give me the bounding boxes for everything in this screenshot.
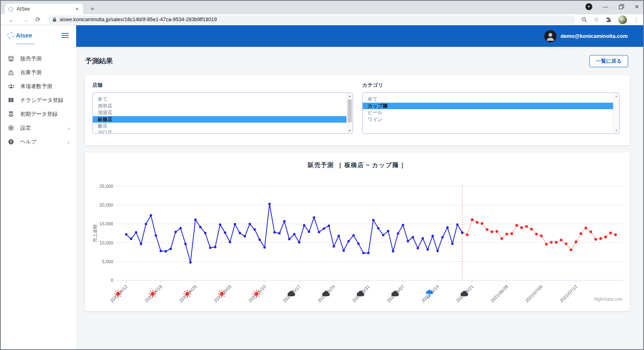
reload-button[interactable]: ⟳: [35, 16, 41, 23]
sales-forecast-chart[interactable]: 05,00010,00015,00020,00025,000売上金額2021/0…: [91, 174, 624, 303]
sidebar-item-help[interactable]: ? ヘルプ ›: [1, 135, 76, 149]
actual-point: [427, 248, 429, 251]
scroll-down-icon[interactable]: ▼: [613, 128, 619, 133]
sidebar-toggle-icon[interactable]: [61, 33, 69, 38]
actual-point: [209, 247, 211, 249]
sidebar-item-flyer-data[interactable]: チラシデータ登録: [1, 93, 76, 107]
forecast-point: [599, 237, 602, 240]
forecast-point: [530, 228, 533, 231]
url-bar[interactable]: aisee.konicaminolta.jp/sales/16c14b0f-85…: [48, 15, 576, 24]
browser-profile-avatar[interactable]: [618, 15, 627, 24]
category-listbox-label: カテゴリ: [362, 82, 620, 89]
actual-point: [382, 234, 384, 236]
tab-close-icon[interactable]: ✕: [74, 7, 80, 12]
sidebar-item-inventory-forecast[interactable]: 在庫予測: [1, 66, 76, 79]
forecast-point: [594, 238, 597, 241]
tab-title: AISee: [17, 6, 74, 12]
window-controls: ▾ — ✕: [585, 3, 639, 10]
restore-button[interactable]: [619, 4, 624, 9]
actual-point: [402, 224, 404, 226]
listbox-option[interactable]: 赤羽店: [93, 103, 346, 110]
forecast-point: [540, 235, 543, 238]
browser-tab[interactable]: AISee ✕: [5, 4, 83, 14]
svg-text:10,000: 10,000: [99, 240, 113, 245]
main-area: demo@konicaminolta.com 予測結果 一覧に戻る 店舗 全て赤…: [76, 25, 643, 349]
back-to-list-button[interactable]: 一覧に戻る: [589, 55, 628, 67]
store-listbox[interactable]: 全て赤羽店池袋店板橋店蕨店川口店 ▲ ▼: [92, 92, 353, 134]
forecast-point: [481, 222, 484, 225]
listbox-option[interactable]: 全て: [363, 96, 613, 103]
browser-status-icon[interactable]: ▾: [585, 3, 592, 10]
actual-point: [125, 233, 127, 236]
actual-point: [150, 214, 152, 217]
actual-point: [357, 242, 360, 245]
actual-point: [313, 216, 315, 219]
extensions-icon[interactable]: [606, 17, 612, 23]
forecast-point: [476, 221, 479, 224]
minimize-button[interactable]: —: [603, 3, 608, 10]
sun-icon: [114, 290, 122, 298]
lock-icon: [53, 17, 57, 22]
bookmark-star-icon[interactable]: ☆: [594, 16, 599, 23]
sidebar-item-sales-forecast[interactable]: 販売予測: [1, 52, 76, 66]
actual-point: [328, 225, 330, 227]
sidebar-item-label: 販売予測: [20, 55, 42, 62]
sidebar-item-settings[interactable]: 設定 ›: [1, 121, 76, 135]
listbox-option[interactable]: ビール: [363, 109, 613, 116]
category-listbox[interactable]: 全てカップ麺ビールワイン ▲ ▼: [362, 92, 620, 134]
actual-point: [160, 250, 162, 252]
svg-text:2021/07/05: 2021/07/05: [524, 284, 543, 303]
database-icon: [7, 110, 15, 118]
listbox-option[interactable]: 蕨店: [93, 123, 346, 130]
listbox-option[interactable]: 川口店: [93, 130, 346, 134]
scroll-up-icon[interactable]: ▲: [347, 93, 353, 99]
svg-text:2021/07/12: 2021/07/12: [559, 284, 578, 303]
actual-point: [189, 261, 192, 264]
store-listbox-scrollbar[interactable]: ▲ ▼: [346, 93, 353, 133]
scroll-up-icon[interactable]: ▲: [613, 93, 619, 99]
listbox-option[interactable]: 全て: [93, 96, 346, 103]
actual-point: [303, 224, 305, 227]
sidebar-item-initial-data[interactable]: 初期データ登録: [1, 107, 76, 121]
category-listbox-scrollbar[interactable]: ▲ ▼: [613, 93, 619, 133]
actual-point: [342, 249, 345, 252]
forecast-point: [550, 241, 553, 244]
scroll-down-icon[interactable]: ▼: [347, 128, 353, 133]
listbox-option[interactable]: ワイン: [363, 116, 613, 123]
listbox-option[interactable]: 板橋店: [93, 116, 346, 123]
forecast-point: [555, 241, 558, 244]
actual-point: [155, 234, 157, 237]
browser-menu-icon[interactable]: ⋮: [633, 16, 639, 23]
scrollbar-thumb[interactable]: [348, 99, 352, 122]
listbox-option[interactable]: カップ麺: [363, 103, 613, 110]
actual-point: [194, 218, 197, 221]
chevron-right-icon: ›: [68, 125, 70, 132]
back-button[interactable]: ←: [9, 16, 15, 23]
actual-point: [254, 228, 256, 231]
close-window-button[interactable]: ✕: [635, 3, 639, 10]
actual-point: [347, 240, 350, 242]
listbox-option[interactable]: 池袋店: [93, 109, 346, 116]
aisee-logo[interactable]: AIsee: [7, 32, 32, 39]
actual-point: [333, 245, 335, 248]
forecast-point: [570, 249, 572, 251]
new-tab-button[interactable]: +: [88, 4, 97, 13]
store-icon: [7, 55, 15, 62]
svg-text:0: 0: [111, 278, 113, 283]
actual-point: [441, 236, 444, 238]
actual-point: [184, 243, 187, 245]
svg-text:5,000: 5,000: [102, 259, 113, 264]
actual-point: [446, 226, 449, 229]
sidebar-menu: 販売予測 在庫予測 来場者数予測: [1, 52, 76, 149]
actual-point: [392, 250, 394, 253]
actual-point: [407, 240, 409, 242]
user-menu[interactable]: demo@konicaminolta.com: [544, 30, 628, 42]
highcharts-credit: Highcharts.com: [594, 297, 622, 302]
actual-point: [456, 223, 458, 226]
zoom-icon[interactable]: [581, 17, 587, 23]
sidebar-item-visitor-forecast[interactable]: 来場者数予測: [1, 79, 76, 93]
forward-button[interactable]: →: [22, 16, 28, 23]
actual-point: [204, 232, 206, 234]
forecast-point: [520, 226, 523, 229]
actual-point: [145, 223, 147, 225]
